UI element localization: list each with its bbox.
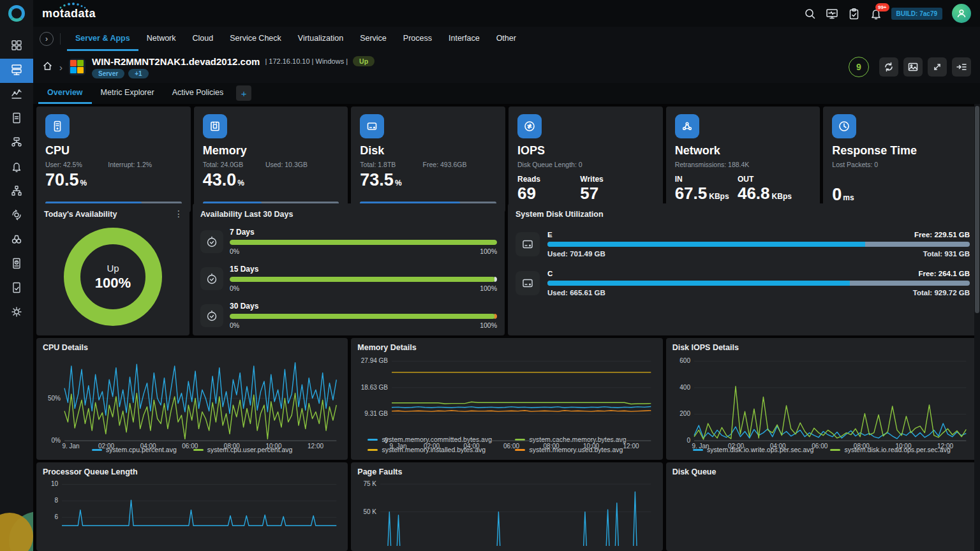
disk-free-stat: Free: 493.6GB [423, 161, 467, 168]
sidebar-item-alerts[interactable] [0, 156, 33, 180]
page-faults-panel: Page Faults 75 K50 K [351, 462, 662, 551]
sidebar-item-reports[interactable] [0, 253, 33, 277]
network-in-value: 67.5 [675, 184, 708, 203]
sidebar-item-settings[interactable] [0, 301, 33, 325]
svg-text:06:00: 06:00 [812, 443, 828, 450]
nav-item-service-check[interactable]: Service Check [221, 27, 290, 51]
availability-percent: 100% [95, 275, 131, 291]
svg-text:27.94 GB: 27.94 GB [361, 357, 389, 364]
disk-icon [360, 114, 384, 138]
expand-button[interactable] [928, 57, 947, 77]
hard-drive-icon [516, 271, 540, 295]
disk-usage-bar[interactable] [547, 281, 970, 286]
svg-text:06:00: 06:00 [503, 443, 519, 450]
tab-overview[interactable]: Overview [38, 83, 92, 104]
response-time-card[interactable]: Response Time Lost Packets: 0 0ms [823, 107, 977, 212]
availability-30-days-panel: Availability Last 30 Days 7 Days 0%100% [193, 203, 505, 335]
refresh-button[interactable] [879, 57, 898, 77]
sidebar-item-servers-monitoring[interactable] [0, 59, 33, 83]
search-icon[interactable] [804, 8, 816, 20]
nav-item-network[interactable]: Network [138, 27, 184, 51]
svg-text:02:00: 02:00 [728, 443, 744, 450]
cpu-interrupt-stat: Interrupt: 1.2% [108, 161, 152, 168]
sidebar-item-topology[interactable] [0, 131, 33, 156]
monitor-count-badge[interactable]: 9 [849, 57, 869, 77]
nav-item-cloud[interactable]: Cloud [184, 27, 222, 51]
cpu-user-stat: User: 42.5% [45, 161, 108, 168]
nav-expand-button[interactable]: › [40, 32, 54, 46]
memory-card[interactable]: Memory Total: 24.0GBUsed: 10.3GB 43.0% [194, 107, 348, 212]
svg-text:9. Jan: 9. Jan [390, 443, 407, 450]
memory-value: 43.0 [203, 170, 237, 189]
todays-availability-panel: Today's Availability ⋮ Up 100% [36, 203, 189, 335]
home-icon[interactable] [42, 61, 53, 74]
kebab-menu-icon[interactable]: ⋮ [174, 209, 183, 219]
snapshot-button[interactable] [903, 57, 923, 77]
sidebar-item-discovery[interactable] [0, 228, 33, 253]
svg-text:08:00: 08:00 [854, 443, 870, 450]
add-tab-button[interactable]: + [236, 85, 251, 101]
topology-icon [10, 136, 23, 151]
memory-used-stat: Used: 10.3GB [265, 161, 308, 168]
nav-item-other[interactable]: Other [488, 27, 524, 51]
disk-card[interactable]: Disk Total: 1.8TBFree: 493.6GB 73.5% [351, 107, 505, 212]
svg-text:12:00: 12:00 [308, 443, 323, 450]
cpu-details-chart[interactable]: 50%0%9. Jan02:0004:0006:0008:0010:0012:0… [43, 352, 341, 443]
dashboard-icon [10, 39, 23, 54]
nav-item-server-apps[interactable]: Server & Apps [67, 27, 138, 51]
iops-card[interactable]: IOPS Disk Queue Length: 0 Reads69 Writes… [509, 107, 663, 212]
memory-details-chart[interactable]: 27.94 GB18.63 GB9.31 GB09. Jan02:0004:00… [357, 352, 656, 433]
iops-queue-stat: Disk Queue Length: 0 [517, 161, 583, 168]
svg-text:6: 6 [54, 513, 58, 520]
sidebar-item-runbook[interactable] [0, 277, 33, 301]
sync-gear-icon [10, 209, 23, 224]
build-badge: BUILD: 7ac79 [891, 8, 942, 20]
svg-text:02:00: 02:00 [424, 443, 440, 450]
availability-bar[interactable] [230, 277, 497, 282]
nav-item-interface[interactable]: Interface [440, 27, 488, 51]
sidebar-item-automation[interactable] [0, 204, 33, 228]
scrollbar-thumb[interactable] [975, 106, 979, 313]
nav-item-process[interactable]: Process [395, 27, 440, 51]
svg-text:10:00: 10:00 [265, 443, 281, 450]
tab-metric-explorer[interactable]: Metric Explorer [92, 83, 163, 104]
task-clipboard-icon[interactable] [848, 8, 860, 20]
availability-bar[interactable] [230, 314, 497, 319]
sidebar-item-dashboard[interactable] [0, 34, 33, 59]
card-title: CPU [45, 144, 182, 158]
host-meta: | 172.16.10.10 | Windows | [265, 57, 348, 65]
host-name[interactable]: WIN-R2MMNT2NAK1.devad2012.com [92, 56, 260, 67]
disk-iops-details-chart[interactable]: 60040020009. Jan02:0004:0006:0008:0010:0… [672, 352, 971, 443]
cpu-card[interactable]: CPU User: 42.5%Interrupt: 1.2% 70.5% [36, 107, 191, 212]
drive-used: Used: 665.61 GB [547, 289, 605, 297]
page-faults-chart[interactable]: 75 K50 K [357, 476, 656, 546]
nav-item-virtualization[interactable]: Virtualization [290, 27, 352, 51]
tab-active-policies[interactable]: Active Policies [163, 83, 233, 104]
notifications-bell-icon[interactable]: 99+ [870, 8, 882, 20]
side-panel-button[interactable] [952, 57, 971, 77]
sidebar-item-metric-explorer[interactable] [0, 83, 33, 107]
disk-row-c: CFree: 264.1 GB Used: 665.61 GBTotal: 92… [516, 270, 970, 297]
disk-queue-chart[interactable] [672, 476, 971, 546]
network-card[interactable]: Network Retransmissions: 188.4K IN67.5KB… [666, 107, 820, 212]
sidebar-item-logs[interactable] [0, 107, 33, 131]
status-badge: Up [353, 56, 375, 66]
remote-screen-icon[interactable] [826, 8, 838, 20]
disk-usage-bar[interactable] [547, 242, 970, 247]
availability-donut[interactable]: Up 100% [64, 228, 162, 326]
tag-more[interactable]: +1 [128, 69, 148, 78]
nav-item-service[interactable]: Service [352, 27, 395, 51]
svg-text:8: 8 [54, 497, 58, 504]
motadata-logo-icon[interactable] [8, 5, 25, 22]
drive-letter: C [547, 270, 553, 277]
drive-used: Used: 701.49 GB [547, 250, 605, 258]
availability-bar[interactable] [230, 240, 497, 245]
sidebar-item-network-map[interactable] [0, 180, 33, 204]
uptime-gauge-icon [200, 230, 223, 253]
svg-text:04:00: 04:00 [769, 443, 785, 450]
user-avatar[interactable] [952, 4, 971, 23]
svg-text:08:00: 08:00 [224, 443, 240, 450]
drive-total: Total: 931 GB [923, 250, 970, 258]
processor-queue-chart[interactable]: 1086 [43, 476, 341, 546]
tag-server[interactable]: Server [92, 69, 124, 78]
